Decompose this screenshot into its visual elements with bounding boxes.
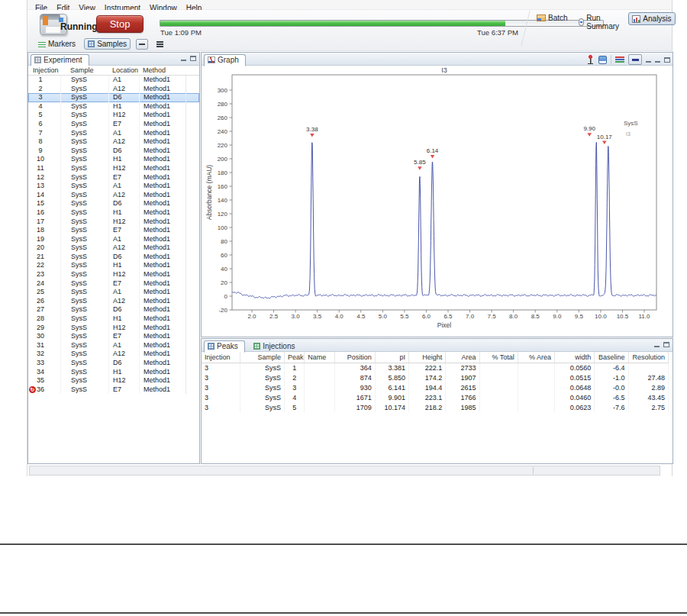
- column-header-position[interactable]: Position: [335, 352, 375, 363]
- minimize-icon[interactable]: [646, 61, 651, 63]
- experiment-row[interactable]: 26SysSA12Method1: [28, 297, 199, 306]
- peak-marker-tool-icon[interactable]: [586, 55, 595, 64]
- cell-injection: 14: [28, 191, 60, 200]
- experiment-row[interactable]: 10SysSH1Method1: [28, 155, 199, 164]
- stop-button[interactable]: Stop: [96, 15, 144, 33]
- cell-injection: 20: [28, 243, 60, 253]
- experiment-row[interactable]: 19SysSA1Method1: [28, 235, 199, 244]
- experiment-tab[interactable]: Experiment: [31, 54, 89, 66]
- peaks-table-header: InjectionSamplePeakNamePositionpIHeightA…: [202, 352, 669, 363]
- experiment-row[interactable]: 23SysSH12Method1: [28, 270, 199, 279]
- maximize-icon[interactable]: [663, 342, 669, 347]
- graph-tab[interactable]: Graph: [204, 54, 246, 66]
- experiment-row[interactable]: 7SysSA1Method1: [28, 129, 199, 138]
- peak-cell-peak: 4: [285, 392, 305, 402]
- peaks-table-row[interactable]: 3SysS39306.141194.426150.0648-0.02.89: [202, 382, 669, 392]
- column-header-sample[interactable]: Sample: [60, 66, 108, 75]
- experiment-row[interactable]: 17SysSH12Method1: [28, 218, 199, 227]
- column-header-injection[interactable]: Injection: [202, 352, 240, 363]
- experiment-row[interactable]: 1SysSA1Method1: [28, 76, 199, 85]
- column-header-baseline[interactable]: Baseline: [595, 352, 628, 363]
- column-header-location[interactable]: Location: [108, 66, 139, 75]
- experiment-row[interactable]: 11SysSH12Method1: [28, 164, 199, 173]
- experiment-row[interactable]: 29SysSH12Method1: [28, 324, 199, 333]
- experiment-row[interactable]: 33SysSD6Method1: [28, 359, 199, 368]
- peak-cell-width: 0.0648: [555, 382, 595, 392]
- experiment-row[interactable]: 35SysSH12Method1: [28, 376, 199, 385]
- experiment-row[interactable]: 21SysSD6Method1: [28, 253, 199, 262]
- experiment-row[interactable]: 13SysSA1Method1: [28, 182, 199, 191]
- graph-settings-icon[interactable]: [598, 56, 607, 64]
- tab-injections[interactable]: Injections: [250, 340, 301, 353]
- experiment-row[interactable]: 16SysSH1Method1: [28, 208, 199, 218]
- experiment-row[interactable]: 20SysSA12Method1: [28, 243, 199, 253]
- plot-area[interactable]: [232, 75, 656, 310]
- svg-text:180: 180: [218, 169, 228, 176]
- cell-gutter: [186, 350, 199, 359]
- maximize-icon[interactable]: [664, 57, 670, 63]
- column-header-width[interactable]: width: [555, 352, 595, 363]
- peak-cell-position: 364: [335, 363, 375, 373]
- column-header-pi[interactable]: pI: [375, 352, 408, 363]
- experiment-row[interactable]: 31SysSA1Method1: [28, 341, 199, 350]
- experiment-row[interactable]: 28SysSH1Method1: [28, 314, 199, 324]
- column-header-resolution[interactable]: Resolution: [628, 352, 668, 363]
- restore-icon[interactable]: [655, 61, 660, 63]
- column-header-sample[interactable]: Sample: [240, 352, 284, 363]
- multi-row-layout-button[interactable]: [153, 39, 166, 50]
- maximize-icon[interactable]: [190, 56, 196, 61]
- experiment-row[interactable]: 30SysSE7Method1: [28, 332, 199, 341]
- experiment-row[interactable]: 24SysSE7Method1: [28, 279, 199, 289]
- experiment-row[interactable]: 3SysSD6Method1: [28, 93, 199, 102]
- peaks-table-row[interactable]: 3SysS28745.850174.219070.0515-1.027.48: [202, 373, 669, 382]
- column-header-total[interactable]: % Total: [479, 352, 518, 363]
- experiment-row[interactable]: 9SysSD6Method1: [28, 147, 199, 156]
- experiment-row[interactable]: 22SysSH1Method1: [28, 261, 199, 270]
- column-header-name[interactable]: Name: [305, 352, 335, 363]
- minimize-icon[interactable]: [654, 346, 660, 347]
- markers-icon: [38, 41, 46, 47]
- experiment-row[interactable]: 34SysSH1Method1: [28, 368, 199, 377]
- experiment-row[interactable]: 36SysSE7Method1↻: [28, 385, 199, 395]
- cell-method: Method1: [139, 182, 186, 191]
- cell-sample: SysS: [60, 324, 108, 333]
- toolbar: Running Stop Tue 1:09 PM Tue 6:37 PM Bat…: [27, 10, 672, 51]
- column-header-area[interactable]: % Area: [518, 352, 554, 363]
- experiment-row[interactable]: 32SysSA12Method1: [28, 350, 199, 359]
- analysis-button[interactable]: Analysis: [628, 12, 675, 25]
- samples-button[interactable]: Samples: [84, 38, 131, 50]
- experiment-row[interactable]: 5SysSH12Method1: [28, 111, 199, 120]
- peaks-table-row[interactable]: 3SysS5170910.174218.219850.0623-7.62.75: [202, 402, 669, 412]
- tab-peaks[interactable]: Peaks: [204, 340, 245, 353]
- peak-cell-position: 874: [335, 373, 375, 382]
- chromatogram-plot[interactable]: I3-2002040608010012014016018020022024026…: [202, 66, 672, 337]
- column-header-area[interactable]: Area: [446, 352, 479, 363]
- experiment-row[interactable]: 6SysSE7Method1: [28, 120, 199, 129]
- experiment-row[interactable]: 25SysSA1Method1: [28, 288, 199, 297]
- cell-location: A1: [108, 129, 139, 138]
- peaks-table-row[interactable]: 3SysS13643.381222.127330.0560-6.4: [202, 363, 669, 373]
- experiment-row[interactable]: 27SysSD6Method1: [28, 305, 199, 314]
- minimize-icon[interactable]: [181, 60, 186, 61]
- single-trace-button[interactable]: [628, 54, 642, 65]
- batch-button[interactable]: Batch: [534, 12, 571, 24]
- experiment-row[interactable]: 8SysSA12Method1: [28, 137, 199, 147]
- peak-cell-position: 1671: [335, 392, 375, 402]
- peak-cell-name: [305, 382, 335, 392]
- column-header-height[interactable]: Height: [409, 352, 446, 363]
- column-header-peak[interactable]: Peak: [285, 352, 305, 363]
- peaks-table-row[interactable]: 3SysS416719.901223.117660.0460-6.543.45: [202, 392, 669, 402]
- single-row-layout-button[interactable]: [136, 39, 148, 50]
- run-summary-button[interactable]: Run Summary: [576, 12, 624, 32]
- cell-method: Method1: [139, 120, 186, 129]
- experiment-row[interactable]: 12SysSE7Method1: [28, 173, 199, 182]
- column-header-method[interactable]: Method: [139, 66, 186, 75]
- column-header-injection[interactable]: Injection: [28, 66, 60, 75]
- experiment-row[interactable]: 18SysSE7Method1: [28, 226, 199, 235]
- experiment-row[interactable]: 2SysSA12Method1: [28, 85, 199, 94]
- experiment-row[interactable]: 4SysSH1Method1: [28, 102, 199, 111]
- experiment-row[interactable]: 15SysSD6Method1: [28, 199, 199, 208]
- experiment-row[interactable]: 14SysSA12Method1: [28, 191, 199, 200]
- overlay-traces-icon[interactable]: [615, 56, 624, 63]
- markers-button[interactable]: Markers: [35, 39, 79, 49]
